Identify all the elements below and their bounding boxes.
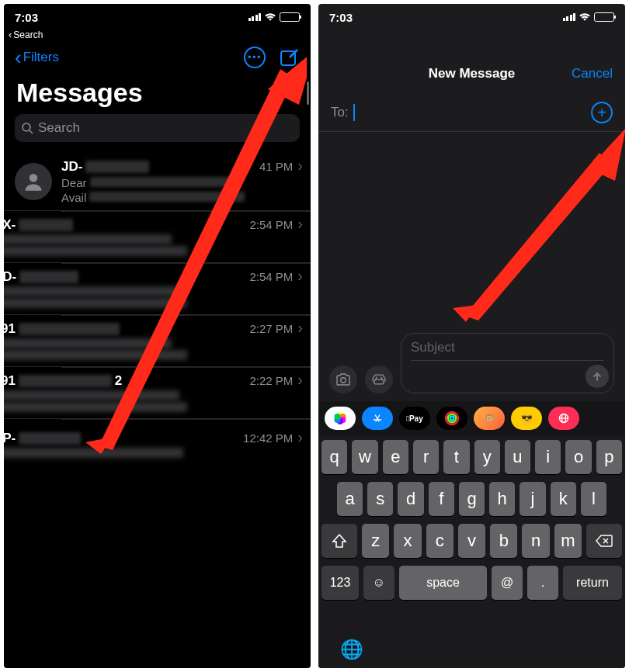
key-b[interactable]: b [490, 524, 517, 558]
right-screenshot: 7:03 New Message Cancel To: + Subject [318, 4, 625, 668]
globe-icon[interactable]: 🌐 [340, 639, 363, 660]
to-label: To: [331, 105, 349, 120]
svg-line-1 [30, 130, 33, 133]
subject-placeholder: Subject [411, 340, 604, 355]
key-t[interactable]: t [443, 440, 469, 474]
status-time: 7:03 [329, 11, 353, 24]
key-return[interactable]: return [563, 566, 622, 600]
annotation-arrow [450, 120, 625, 330]
key-s[interactable]: s [367, 482, 393, 516]
svg-point-0 [23, 123, 30, 131]
annotation-arrow [82, 50, 307, 462]
camera-icon[interactable] [329, 365, 357, 393]
app-memoji-icon[interactable]: 🐵 [474, 407, 505, 430]
cancel-button[interactable]: Cancel [572, 66, 613, 81]
search-placeholder: Search [38, 120, 80, 136]
svg-point-2 [30, 174, 38, 182]
svg-marker-9 [99, 69, 294, 450]
search-icon [21, 122, 33, 134]
scroll-indicator[interactable] [307, 81, 309, 105]
new-message-header: New Message Cancel [318, 54, 625, 94]
avatar-icon [15, 163, 52, 200]
key-p[interactable]: p [596, 440, 622, 474]
left-screenshot: 7:03 ‹ Search ‹ Filters ••• Messages Sea… [4, 4, 311, 668]
key-e[interactable]: e [383, 440, 408, 474]
new-message-title: New Message [429, 66, 516, 81]
conversation-name: AD- [4, 269, 78, 285]
key-i[interactable]: i [535, 440, 561, 474]
compose-area: Subject [318, 333, 625, 400]
app-appstore-icon[interactable] [362, 407, 393, 430]
key-shift[interactable] [321, 524, 357, 558]
conversation-name: CP- [4, 431, 81, 446]
status-bar: 7:03 [318, 4, 625, 30]
back-to-search[interactable]: ‹ Search [4, 29, 311, 40]
svg-point-20 [335, 414, 341, 420]
app-animoji-icon[interactable]: 😎 [511, 407, 542, 430]
key-j[interactable]: j [520, 482, 545, 516]
key-w[interactable]: w [352, 440, 377, 474]
apps-icon[interactable] [365, 365, 393, 393]
signal-icon [248, 13, 262, 21]
filters-button[interactable]: ‹ Filters [15, 50, 59, 65]
signal-icon [563, 13, 576, 21]
send-icon[interactable] [586, 365, 609, 388]
status-right [563, 12, 615, 22]
wifi-icon [579, 12, 591, 22]
key-at[interactable]: @ [492, 566, 523, 600]
wifi-icon [264, 12, 276, 22]
key-q[interactable]: q [321, 440, 347, 474]
message-input[interactable]: Subject [401, 333, 614, 393]
battery-icon [594, 12, 614, 22]
app-strip[interactable]: Pay 🐵 😎 [318, 401, 625, 435]
key-backspace[interactable] [586, 524, 622, 558]
chevron-left-icon: ‹ [9, 29, 12, 40]
key-dot[interactable]: . [527, 566, 558, 600]
key-y[interactable]: y [474, 440, 500, 474]
key-h[interactable]: h [489, 482, 515, 516]
svg-point-26 [450, 417, 454, 421]
key-k[interactable]: k [551, 482, 576, 516]
status-time: 7:03 [15, 11, 38, 24]
svg-point-11 [341, 378, 346, 383]
key-u[interactable]: u [505, 440, 530, 474]
app-hashtag-icon[interactable] [548, 407, 579, 430]
key-r[interactable]: r [413, 440, 439, 474]
key-emoji[interactable]: ☺ [363, 566, 394, 600]
key-c[interactable]: c [426, 524, 454, 558]
battery-icon [280, 12, 300, 22]
key-f[interactable]: f [429, 482, 454, 516]
key-a[interactable]: a [337, 482, 363, 516]
key-123[interactable]: 123 [321, 566, 359, 600]
text-cursor [353, 104, 355, 121]
key-z[interactable]: z [362, 524, 389, 558]
keyboard[interactable]: qwertyuiop asdfghjkl zxcvbnm 123 ☺ space… [318, 435, 625, 668]
key-v[interactable]: v [458, 524, 485, 558]
key-n[interactable]: n [522, 524, 549, 558]
key-x[interactable]: x [394, 524, 421, 558]
key-l[interactable]: l [581, 482, 606, 516]
svg-marker-33 [464, 153, 612, 320]
key-g[interactable]: g [459, 482, 485, 516]
key-o[interactable]: o [565, 440, 591, 474]
app-activity-icon[interactable] [436, 407, 467, 430]
key-space[interactable]: space [399, 566, 487, 600]
conversation-name: AX- [4, 217, 73, 233]
key-d[interactable]: d [398, 482, 423, 516]
app-applepay-icon[interactable]: Pay [399, 407, 430, 430]
key-m[interactable]: m [554, 524, 582, 558]
status-bar: 7:03 [4, 4, 311, 30]
status-right [248, 12, 301, 22]
app-photos-icon[interactable] [325, 407, 356, 430]
